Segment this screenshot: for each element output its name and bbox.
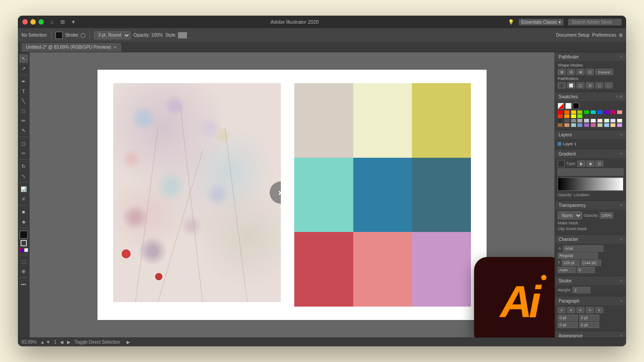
swatch-yellow-green[interactable] [412, 83, 471, 158]
artboard-tool[interactable]: ⬚ [19, 257, 28, 266]
type-tool[interactable]: T [19, 87, 28, 96]
align-left-btn[interactable]: ≡ [558, 307, 566, 313]
swatch-o2[interactable] [564, 114, 569, 118]
eraser-tool[interactable]: ◻ [19, 139, 28, 148]
line-tool[interactable]: ╲ [19, 97, 28, 105]
radial-grad-btn[interactable]: ◉ [586, 160, 594, 167]
swatch-r2[interactable] [558, 114, 563, 118]
paragraph-collapse[interactable]: ≡ [620, 299, 623, 303]
swatch-lg[interactable] [577, 114, 582, 118]
arrange-icon[interactable]: ⊞ [619, 33, 623, 38]
tab-close-icon[interactable]: ✕ [113, 45, 117, 50]
font-size-input[interactable] [562, 260, 580, 266]
linear-grad-btn[interactable]: ▶ [577, 160, 585, 167]
close-button[interactable] [22, 19, 28, 25]
swatch-ll[interactable] [591, 119, 596, 122]
fill-color-box[interactable] [20, 231, 28, 239]
gradient-tool[interactable]: ■ [19, 207, 28, 216]
none-icon[interactable] [24, 248, 28, 252]
layers-header[interactable]: Layers ≡ [555, 130, 626, 139]
swatch-khaki[interactable] [597, 123, 602, 127]
swatch-m[interactable] [571, 119, 576, 122]
gradient-header[interactable]: Gradient ≡ [555, 149, 626, 158]
swatch-y2[interactable] [571, 114, 576, 118]
preferences-btn[interactable]: Preferences [592, 33, 616, 38]
essentials-button[interactable]: Essentials Classic ▾ [519, 19, 564, 25]
brush-size-select[interactable]: 3 pt. Round [94, 31, 131, 39]
swatch-beige[interactable] [294, 83, 353, 158]
nav-prev-icon[interactable]: ◀ [60, 340, 64, 345]
arrow-icon[interactable]: ▾ [70, 18, 77, 25]
freeform-grad-btn[interactable]: ⊡ [595, 160, 603, 167]
swatch-o1[interactable] [564, 110, 569, 114]
gradient-collapse[interactable]: ≡ [620, 152, 623, 156]
pathfinder-header[interactable]: Pathfinder ≡ [555, 52, 626, 61]
swatch-dark-teal[interactable] [412, 158, 471, 232]
kerning-input[interactable] [577, 267, 595, 273]
graph-tool[interactable]: 📊 [19, 185, 28, 194]
black-swatch[interactable] [573, 103, 579, 109]
stroke-color-box[interactable] [21, 240, 27, 246]
minus-back-btn[interactable]: ⬚ [605, 82, 613, 88]
swatch-ml[interactable] [577, 119, 582, 122]
layout-icon[interactable]: ⊞ [59, 18, 66, 25]
swatch-lpy[interactable] [617, 119, 622, 122]
expand-btn[interactable]: Expand [595, 69, 613, 75]
trim-btn[interactable]: ⬜ [567, 82, 575, 88]
character-collapse[interactable]: ≡ [620, 237, 623, 241]
swatch-sage[interactable] [571, 123, 576, 127]
scale-tool[interactable]: ⤡ [19, 172, 28, 181]
stroke-weight-input[interactable] [572, 287, 590, 293]
gradient-fill-box[interactable] [558, 168, 623, 176]
swatch-rose[interactable] [591, 123, 596, 127]
swatch-teal[interactable] [353, 158, 412, 232]
select-tool[interactable]: ↖ [19, 54, 28, 63]
maximize-button[interactable] [38, 19, 44, 25]
stroke-collapse[interactable]: ≡ [620, 279, 623, 283]
space-after-input[interactable] [579, 322, 599, 328]
appearance-collapse[interactable]: ≡ [620, 334, 623, 338]
tracking-input[interactable] [558, 267, 576, 273]
swatch-yg[interactable] [577, 110, 582, 114]
swatch-y[interactable] [571, 110, 576, 114]
rotate-tool[interactable]: ↻ [19, 162, 28, 171]
swatch-b[interactable] [597, 110, 602, 114]
opacity-input[interactable] [600, 212, 613, 219]
font-family-input[interactable] [563, 245, 603, 252]
divide-btn[interactable]: ⬛ [558, 82, 566, 88]
minimize-button[interactable] [30, 19, 36, 25]
minus-front-btn[interactable]: ⊟ [567, 69, 575, 75]
layer-visibility-icon[interactable] [558, 142, 561, 146]
intersect-btn[interactable]: ⊠ [576, 69, 585, 75]
fill-swatch[interactable] [55, 32, 63, 39]
swatch-br[interactable] [558, 123, 563, 127]
blend-mode-select[interactable]: Normal [558, 211, 582, 219]
swatch-tan[interactable] [564, 123, 569, 127]
zoom-tool[interactable]: ⊕ [19, 267, 28, 276]
pathfinder-collapse[interactable]: ≡ [620, 55, 623, 59]
stock-search[interactable]: Search Adobe Stock [568, 19, 622, 25]
align-center-btn[interactable]: ≡ [567, 307, 575, 313]
crop-btn[interactable]: ⊟ [586, 82, 594, 88]
document-tab[interactable]: Untitled-2* @ 83.89% (RGB/GPU Preview) ✕ [21, 43, 121, 52]
swatch-lpr[interactable] [597, 119, 602, 122]
layer-1-item[interactable]: Layer 1 [558, 141, 623, 147]
zoom-in-icon[interactable]: ▲ [40, 340, 45, 345]
swatches-grid-icon[interactable]: ⊞ [619, 95, 623, 99]
swatch-p[interactable] [604, 110, 609, 114]
document-setup-btn[interactable]: Document Setup [556, 33, 590, 38]
pen-tool[interactable]: ✒ [19, 77, 28, 86]
character-header[interactable]: Character ≡ [555, 235, 626, 244]
swatch-purp[interactable] [584, 123, 589, 127]
left-indent-input[interactable] [558, 315, 578, 321]
swatch-lavender[interactable] [412, 232, 471, 307]
swatch-lpg[interactable] [604, 119, 609, 122]
leading-input[interactable] [581, 260, 601, 266]
canvas-area[interactable]: » [30, 52, 555, 337]
swatch-lav[interactable] [617, 123, 622, 127]
blend-tool[interactable]: ◈ [19, 217, 28, 226]
merge-btn[interactable]: ◫ [576, 82, 585, 88]
swatch-salmon[interactable] [353, 232, 412, 307]
transparency-collapse[interactable]: ≡ [620, 203, 623, 207]
stroke-header[interactable]: Stroke ≡ [555, 276, 626, 285]
